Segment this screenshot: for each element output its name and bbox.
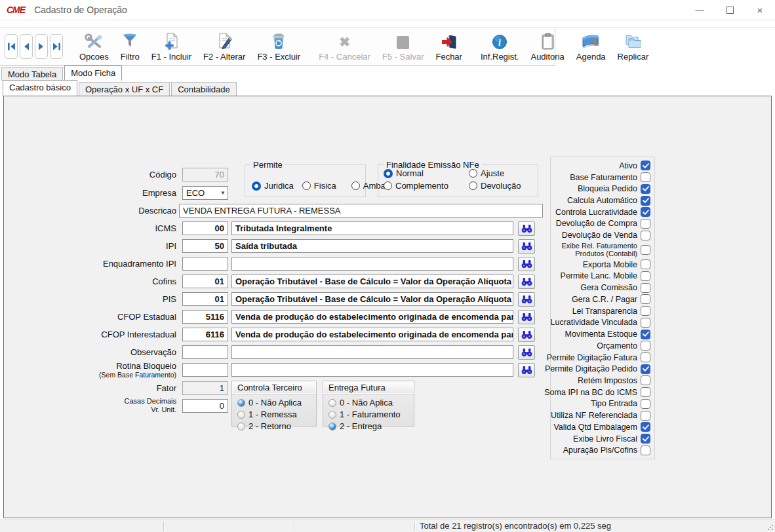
empresa-select[interactable]: ECO ▼ — [182, 186, 228, 200]
radio-ef-nao-aplica[interactable]: 0 - Não Aplica — [328, 398, 408, 408]
filter-button[interactable]: Filtro — [115, 29, 146, 64]
form-row: Observação — [4, 345, 771, 363]
row-description-input[interactable]: Operação Tributável - Base de Cálculo = … — [231, 292, 513, 306]
options-button[interactable]: Opcoes — [73, 29, 115, 64]
radio-juridica[interactable]: Juridica — [252, 181, 294, 191]
checkbox[interactable] — [641, 172, 650, 182]
tab-cadastro-basico[interactable]: Cadastro básico — [3, 80, 77, 96]
first-record-button[interactable] — [5, 34, 18, 59]
row-code-input[interactable]: 6116 — [182, 328, 228, 341]
row-description-input[interactable]: Venda de produção do estabelecimento ori… — [231, 328, 513, 341]
row-code-input[interactable] — [182, 363, 228, 377]
delete-button[interactable]: F3 - Excluir — [251, 29, 306, 64]
checkbox[interactable] — [641, 330, 650, 339]
radio-ef-faturamento[interactable]: 1 - Faturamento — [328, 409, 408, 419]
search-button[interactable] — [518, 363, 535, 377]
checkbox[interactable] — [641, 283, 650, 293]
search-button[interactable] — [518, 221, 535, 236]
search-button[interactable] — [518, 239, 535, 254]
tab-operacao-uf-cf[interactable]: Operação x UF x CF — [79, 82, 170, 96]
row-code-input[interactable]: 50 — [182, 239, 228, 253]
alter-button[interactable]: F2 - Alterar — [197, 29, 251, 64]
radio-ajuste[interactable]: Ajuste — [469, 168, 521, 178]
record-info-button[interactable]: i Inf.Regist. — [475, 29, 525, 64]
row-code-input[interactable] — [182, 257, 228, 271]
checkbox[interactable] — [641, 271, 650, 281]
replicate-button[interactable]: Replicar — [612, 29, 655, 64]
checkbox[interactable] — [641, 196, 650, 206]
radio-ct-nao-aplica[interactable]: 0 - Não Aplica — [237, 398, 311, 408]
checkbox[interactable] — [641, 352, 650, 362]
search-button[interactable] — [518, 310, 535, 324]
search-button[interactable] — [518, 275, 535, 289]
row-description-input[interactable] — [231, 363, 513, 377]
previous-record-button[interactable] — [20, 34, 33, 59]
checkbox[interactable] — [641, 231, 650, 240]
radio-ef-entrega[interactable]: 2 - Entrega — [328, 421, 408, 431]
checkbox[interactable] — [641, 364, 650, 374]
form-row: Enquadramento IPI — [4, 257, 771, 275]
checkbox[interactable] — [641, 259, 650, 269]
search-button[interactable] — [518, 257, 535, 271]
clipboard-icon — [540, 32, 555, 50]
radio-complemento[interactable]: Complemento — [384, 181, 469, 191]
row-label: Rotina Bloqueio (Sem Base Faturamento) — [4, 363, 176, 377]
resize-grip[interactable] — [767, 524, 774, 531]
checkbox[interactable] — [641, 446, 650, 455]
descricao-input[interactable]: VENDA ENTREGA FUTURA - REMESSA — [179, 204, 543, 218]
checkbox[interactable] — [641, 161, 650, 170]
tab-modo-tabela[interactable]: Modo Tabela — [1, 67, 63, 81]
row-description-input[interactable] — [231, 257, 513, 271]
close-form-label: Fechar — [435, 52, 462, 62]
row-description-input[interactable]: Venda de produção do estabelecimento ori… — [231, 310, 513, 324]
row-description-input[interactable]: Operação Tributável - Base de Cálculo = … — [231, 275, 513, 288]
agenda-button[interactable]: Agenda — [570, 29, 612, 64]
checkbox[interactable] — [641, 306, 650, 316]
row-description-input[interactable]: Saída tributada — [231, 239, 513, 253]
checkbox[interactable] — [641, 318, 650, 328]
search-button[interactable] — [518, 328, 535, 342]
row-description-input[interactable]: Tributada Integralmente — [231, 221, 513, 235]
checkbox[interactable] — [641, 219, 650, 229]
radio-ct-retorno[interactable]: 2 - Retorno — [237, 421, 311, 431]
window-controls: — × — [685, 0, 775, 20]
checkbox-label: Lucratividade Vinculada — [550, 318, 637, 327]
search-button[interactable] — [518, 345, 535, 360]
include-button[interactable]: F1 - Incluir — [146, 29, 197, 64]
tab-contabilidade[interactable]: Contabilidade — [171, 82, 237, 96]
tab-modo-ficha[interactable]: Modo Ficha — [64, 66, 122, 81]
book-icon — [581, 32, 601, 50]
radio-devolucao[interactable]: Devolução — [469, 181, 521, 191]
checkbox[interactable] — [641, 294, 650, 304]
checkbox[interactable] — [641, 422, 650, 432]
row-code-input[interactable] — [182, 345, 228, 359]
minimize-button[interactable]: — — [685, 0, 715, 20]
radio-fisica[interactable]: Fisica — [302, 181, 336, 191]
checkbox[interactable] — [641, 411, 650, 421]
checkbox[interactable] — [641, 341, 650, 351]
row-code-input[interactable]: 00 — [182, 221, 228, 235]
radio-ct-remessa[interactable]: 1 - Remessa — [237, 409, 311, 419]
next-record-button[interactable] — [35, 34, 48, 59]
casas-decimais-input[interactable]: 0 — [182, 399, 228, 413]
checkbox[interactable] — [641, 184, 650, 194]
search-button[interactable] — [518, 292, 535, 307]
checkbox[interactable] — [641, 387, 650, 397]
checkbox[interactable] — [641, 245, 650, 255]
audit-button[interactable]: Auditoria — [525, 29, 570, 64]
checkbox[interactable] — [641, 434, 650, 444]
radio-normal[interactable]: Normal — [384, 168, 469, 178]
radio-icon — [328, 399, 336, 407]
checkbox[interactable] — [641, 375, 650, 385]
last-record-button[interactable] — [50, 34, 63, 59]
maximize-button[interactable] — [715, 0, 745, 20]
checkbox[interactable] — [641, 399, 650, 409]
exit-icon — [441, 32, 457, 50]
row-code-input[interactable]: 01 — [182, 292, 228, 306]
row-description-input[interactable] — [231, 345, 513, 359]
row-code-input[interactable]: 5116 — [182, 310, 228, 324]
close-form-button[interactable]: Fechar — [429, 29, 467, 64]
close-button[interactable]: × — [745, 0, 775, 20]
row-code-input[interactable]: 01 — [182, 275, 228, 288]
checkbox[interactable] — [641, 207, 650, 217]
